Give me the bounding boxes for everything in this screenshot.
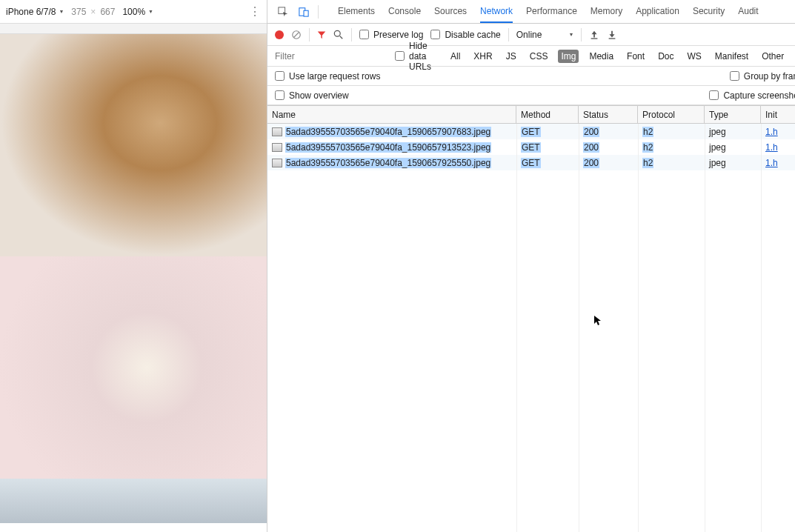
separator bbox=[508, 28, 509, 41]
ruler-bar bbox=[0, 24, 267, 34]
content-image bbox=[0, 34, 267, 256]
content-image bbox=[0, 256, 267, 479]
filter-input[interactable] bbox=[275, 49, 386, 64]
throttling-select[interactable]: Online ▼ bbox=[516, 30, 574, 40]
tab-console[interactable]: Console bbox=[388, 0, 421, 23]
filter-other[interactable]: Other bbox=[759, 50, 787, 63]
cell-name: 5adad39555703565e79040fa_1590657907683.j… bbox=[285, 127, 491, 137]
separator bbox=[309, 28, 310, 41]
cell-status: 200 bbox=[583, 142, 599, 153]
separator bbox=[318, 5, 319, 19]
filter-font[interactable]: Font bbox=[624, 50, 648, 63]
col-header-name[interactable]: Name bbox=[267, 106, 516, 123]
throttling-value: Online bbox=[516, 30, 542, 40]
page-viewport[interactable] bbox=[0, 34, 267, 532]
cell-type: jpeg bbox=[709, 158, 726, 168]
tab-audits[interactable]: Audit bbox=[738, 0, 758, 23]
network-toolbar: Preserve log Disable cache Online ▼ bbox=[267, 24, 795, 46]
svg-line-4 bbox=[294, 32, 299, 37]
cell-initiator[interactable]: 1.h bbox=[765, 127, 778, 137]
tab-security[interactable]: Security bbox=[693, 0, 725, 23]
options-row-1: Use large request rows Group by frame bbox=[267, 67, 795, 86]
col-header-status[interactable]: Status bbox=[579, 106, 638, 123]
zoom-select[interactable]: 100% ▼ bbox=[122, 7, 153, 17]
table-row[interactable]: 5adad39555703565e79040fa_1590657913523.j… bbox=[267, 139, 795, 155]
use-large-rows-checkbox[interactable]: Use large request rows bbox=[275, 71, 380, 82]
tab-memory[interactable]: Memory bbox=[591, 0, 622, 23]
tab-sources[interactable]: Sources bbox=[434, 0, 467, 23]
show-overview-checkbox[interactable]: Show overview bbox=[275, 90, 349, 101]
download-har-icon[interactable] bbox=[607, 30, 617, 40]
zoom-value: 100% bbox=[122, 7, 145, 17]
cell-protocol: h2 bbox=[642, 158, 653, 168]
cell-protocol: h2 bbox=[642, 142, 653, 153]
cell-method: GET bbox=[521, 158, 541, 168]
filter-all[interactable]: All bbox=[448, 50, 463, 63]
upload-har-icon[interactable] bbox=[589, 30, 599, 40]
tab-performance[interactable]: Performance bbox=[526, 0, 577, 23]
cell-type: jpeg bbox=[709, 142, 726, 153]
device-select[interactable]: iPhone 6/7/8 ▼ bbox=[6, 7, 64, 17]
cell-protocol: h2 bbox=[642, 127, 653, 137]
devtools-tabbar: Elements Console Sources Network Perform… bbox=[267, 0, 795, 24]
chevron-down-icon: ▼ bbox=[568, 32, 573, 37]
filter-manifest[interactable]: Manifest bbox=[712, 50, 751, 63]
filter-xhr[interactable]: XHR bbox=[470, 50, 495, 63]
table-header-row: Name Method Status Protocol Type Init bbox=[267, 106, 795, 124]
disable-cache-checkbox[interactable]: Disable cache bbox=[430, 30, 500, 40]
col-header-initiator[interactable]: Init bbox=[761, 106, 795, 123]
group-by-frame-checkbox[interactable]: Group by frame bbox=[730, 71, 795, 82]
preserve-log-checkbox[interactable]: Preserve log bbox=[359, 30, 423, 40]
viewport-width[interactable]: 375 bbox=[71, 7, 86, 17]
col-header-type[interactable]: Type bbox=[705, 106, 761, 123]
table-row[interactable]: 5adad39555703565e79040fa_1590657925550.j… bbox=[267, 155, 795, 170]
type-filter-group: All XHR JS CSS Img Media Font Doc WS Man… bbox=[448, 50, 787, 63]
preserve-log-label: Preserve log bbox=[373, 30, 423, 40]
page-content bbox=[0, 34, 267, 523]
capture-screenshots-checkbox[interactable]: Capture screenshots bbox=[709, 90, 795, 101]
filter-css[interactable]: CSS bbox=[527, 50, 551, 63]
filter-img[interactable]: Img bbox=[558, 50, 579, 63]
table-row[interactable]: 5adad39555703565e79040fa_1590657907683.j… bbox=[267, 124, 795, 139]
filter-media[interactable]: Media bbox=[586, 50, 616, 63]
viewport-height[interactable]: 667 bbox=[100, 7, 115, 17]
col-header-protocol[interactable]: Protocol bbox=[638, 106, 705, 123]
capture-screenshots-label: Capture screenshots bbox=[723, 90, 795, 101]
device-preview-pane: iPhone 6/7/8 ▼ 375 × 667 100% ▼ ⋮ bbox=[0, 0, 267, 532]
cell-status: 200 bbox=[583, 127, 599, 137]
file-icon bbox=[272, 143, 282, 152]
col-header-method[interactable]: Method bbox=[516, 106, 579, 123]
tab-elements[interactable]: Elements bbox=[338, 0, 375, 23]
device-toolbar: iPhone 6/7/8 ▼ 375 × 667 100% ▼ ⋮ bbox=[0, 0, 267, 24]
cell-name: 5adad39555703565e79040fa_1590657913523.j… bbox=[285, 142, 491, 153]
separator bbox=[351, 28, 352, 41]
svg-rect-8 bbox=[609, 38, 616, 39]
cell-method: GET bbox=[521, 127, 541, 137]
dimension-x: × bbox=[90, 7, 96, 17]
cell-initiator[interactable]: 1.h bbox=[765, 158, 778, 168]
filter-row: Hide data URLs All XHR JS CSS Img Media … bbox=[267, 46, 795, 67]
disable-cache-label: Disable cache bbox=[445, 30, 500, 40]
cell-name: 5adad39555703565e79040fa_1590657925550.j… bbox=[285, 158, 491, 168]
tab-network[interactable]: Network bbox=[480, 0, 513, 23]
content-image bbox=[0, 479, 267, 523]
clear-icon[interactable] bbox=[291, 30, 302, 40]
devtools-pane: Elements Console Sources Network Perform… bbox=[267, 0, 795, 532]
filter-ws[interactable]: WS bbox=[684, 50, 704, 63]
record-icon[interactable] bbox=[275, 30, 284, 39]
kebab-menu-icon[interactable]: ⋮ bbox=[249, 4, 261, 19]
svg-line-6 bbox=[340, 36, 343, 39]
file-icon bbox=[272, 127, 282, 136]
filter-doc[interactable]: Doc bbox=[655, 50, 676, 63]
cell-type: jpeg bbox=[709, 127, 726, 137]
svg-point-5 bbox=[334, 30, 340, 36]
file-icon bbox=[272, 159, 282, 167]
cell-initiator[interactable]: 1.h bbox=[765, 142, 778, 153]
tab-application[interactable]: Application bbox=[636, 0, 679, 23]
device-toggle-icon[interactable] bbox=[297, 5, 310, 19]
inspect-element-icon[interactable] bbox=[276, 5, 290, 19]
filter-icon[interactable] bbox=[317, 30, 326, 39]
viewport-dimensions: 375 × 667 bbox=[71, 7, 115, 17]
filter-js[interactable]: JS bbox=[503, 50, 519, 63]
search-icon[interactable] bbox=[333, 30, 344, 40]
